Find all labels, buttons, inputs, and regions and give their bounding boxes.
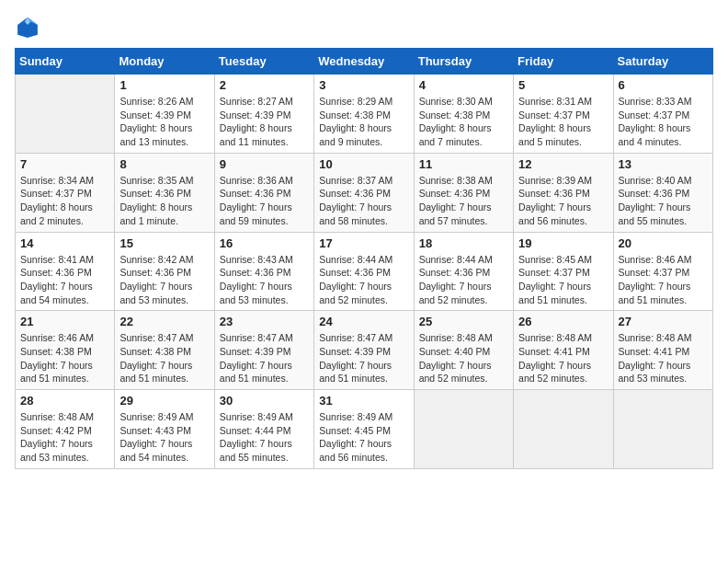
calendar-cell: 25Sunrise: 8:48 AMSunset: 4:40 PMDayligh… — [414, 311, 513, 390]
day-number: 18 — [419, 236, 508, 250]
day-info: Sunrise: 8:42 AMSunset: 4:36 PMDaylight:… — [119, 253, 209, 307]
calendar-cell: 18Sunrise: 8:44 AMSunset: 4:36 PMDayligh… — [414, 232, 513, 311]
day-number: 26 — [518, 315, 608, 328]
day-info: Sunrise: 8:46 AMSunset: 4:37 PMDaylight:… — [619, 253, 708, 307]
day-info: Sunrise: 8:26 AMSunset: 4:39 PMDaylight:… — [119, 95, 209, 149]
calendar-cell: 5Sunrise: 8:31 AMSunset: 4:37 PMDaylight… — [514, 75, 613, 154]
day-number: 20 — [619, 236, 708, 250]
calendar-cell: 12Sunrise: 8:39 AMSunset: 4:36 PMDayligh… — [514, 153, 613, 232]
calendar-cell: 14Sunrise: 8:41 AMSunset: 4:36 PMDayligh… — [16, 232, 115, 311]
day-info: Sunrise: 8:38 AMSunset: 4:36 PMDaylight:… — [419, 174, 508, 228]
day-info: Sunrise: 8:49 AMSunset: 4:43 PMDaylight:… — [119, 410, 209, 465]
day-number: 8 — [119, 157, 209, 171]
calendar-cell: 30Sunrise: 8:49 AMSunset: 4:44 PMDayligh… — [214, 390, 313, 469]
day-number: 6 — [619, 78, 708, 92]
day-info: Sunrise: 8:48 AMSunset: 4:41 PMDaylight:… — [518, 331, 608, 385]
day-number: 13 — [619, 157, 708, 171]
header-day-sunday: Sunday — [16, 49, 115, 75]
day-info: Sunrise: 8:49 AMSunset: 4:45 PMDaylight:… — [319, 410, 408, 465]
calendar-cell — [514, 390, 613, 469]
calendar-cell: 23Sunrise: 8:47 AMSunset: 4:39 PMDayligh… — [214, 311, 313, 390]
calendar-cell: 19Sunrise: 8:45 AMSunset: 4:37 PMDayligh… — [514, 232, 613, 311]
day-number: 15 — [119, 236, 209, 250]
day-info: Sunrise: 8:44 AMSunset: 4:36 PMDaylight:… — [419, 253, 508, 307]
day-info: Sunrise: 8:36 AMSunset: 4:36 PMDaylight:… — [220, 174, 309, 228]
day-info: Sunrise: 8:39 AMSunset: 4:36 PMDaylight:… — [518, 174, 608, 228]
calendar-cell: 15Sunrise: 8:42 AMSunset: 4:36 PMDayligh… — [115, 232, 214, 311]
day-info: Sunrise: 8:46 AMSunset: 4:38 PMDaylight:… — [20, 331, 109, 385]
header-day-tuesday: Tuesday — [214, 49, 313, 75]
day-number: 1 — [119, 78, 209, 92]
day-info: Sunrise: 8:34 AMSunset: 4:37 PMDaylight:… — [20, 174, 109, 228]
calendar-cell: 21Sunrise: 8:46 AMSunset: 4:38 PMDayligh… — [16, 311, 115, 390]
day-number: 11 — [419, 157, 508, 171]
calendar-cell: 16Sunrise: 8:43 AMSunset: 4:36 PMDayligh… — [214, 232, 313, 311]
day-info: Sunrise: 8:41 AMSunset: 4:36 PMDaylight:… — [20, 253, 109, 307]
calendar-cell: 20Sunrise: 8:46 AMSunset: 4:37 PMDayligh… — [613, 232, 712, 311]
calendar-cell: 24Sunrise: 8:47 AMSunset: 4:39 PMDayligh… — [314, 311, 414, 390]
calendar-week-3: 14Sunrise: 8:41 AMSunset: 4:36 PMDayligh… — [16, 232, 713, 311]
calendar-cell: 31Sunrise: 8:49 AMSunset: 4:45 PMDayligh… — [314, 390, 414, 469]
day-number: 7 — [20, 157, 109, 171]
calendar-cell: 27Sunrise: 8:48 AMSunset: 4:41 PMDayligh… — [613, 311, 712, 390]
calendar-week-2: 7Sunrise: 8:34 AMSunset: 4:37 PMDaylight… — [16, 153, 713, 232]
header-day-saturday: Saturday — [613, 49, 712, 75]
day-info: Sunrise: 8:44 AMSunset: 4:36 PMDaylight:… — [319, 253, 408, 307]
calendar-cell: 8Sunrise: 8:35 AMSunset: 4:36 PMDaylight… — [115, 153, 214, 232]
header-day-thursday: Thursday — [414, 49, 513, 75]
calendar-table: SundayMondayTuesdayWednesdayThursdayFrid… — [15, 48, 713, 469]
day-info: Sunrise: 8:49 AMSunset: 4:44 PMDaylight:… — [220, 410, 309, 465]
calendar-cell: 29Sunrise: 8:49 AMSunset: 4:43 PMDayligh… — [115, 390, 214, 469]
day-number: 30 — [220, 394, 309, 408]
day-number: 22 — [119, 315, 209, 328]
day-info: Sunrise: 8:33 AMSunset: 4:37 PMDaylight:… — [619, 95, 708, 149]
calendar-week-5: 28Sunrise: 8:48 AMSunset: 4:42 PMDayligh… — [16, 390, 713, 469]
calendar-cell: 6Sunrise: 8:33 AMSunset: 4:37 PMDaylight… — [613, 75, 712, 154]
day-info: Sunrise: 8:47 AMSunset: 4:39 PMDaylight:… — [220, 331, 309, 385]
calendar-cell: 17Sunrise: 8:44 AMSunset: 4:36 PMDayligh… — [314, 232, 414, 311]
day-number: 27 — [619, 315, 708, 328]
day-number: 21 — [20, 315, 109, 328]
day-number: 3 — [319, 78, 408, 92]
day-number: 10 — [319, 157, 408, 171]
header-day-friday: Friday — [514, 49, 613, 75]
day-info: Sunrise: 8:45 AMSunset: 4:37 PMDaylight:… — [518, 253, 608, 307]
calendar-cell — [414, 390, 513, 469]
day-number: 9 — [220, 157, 309, 171]
day-number: 17 — [319, 236, 408, 250]
day-number: 12 — [518, 157, 608, 171]
day-info: Sunrise: 8:48 AMSunset: 4:40 PMDaylight:… — [419, 331, 508, 385]
calendar-cell — [613, 390, 712, 469]
calendar-cell: 11Sunrise: 8:38 AMSunset: 4:36 PMDayligh… — [414, 153, 513, 232]
page-header — [15, 15, 713, 40]
day-number: 16 — [220, 236, 309, 250]
day-number: 25 — [419, 315, 508, 328]
day-info: Sunrise: 8:27 AMSunset: 4:39 PMDaylight:… — [220, 95, 309, 149]
day-number: 4 — [419, 78, 508, 92]
calendar-header-row: SundayMondayTuesdayWednesdayThursdayFrid… — [16, 49, 713, 75]
logo — [15, 15, 44, 40]
day-info: Sunrise: 8:37 AMSunset: 4:36 PMDaylight:… — [319, 174, 408, 228]
day-info: Sunrise: 8:30 AMSunset: 4:38 PMDaylight:… — [419, 95, 508, 149]
calendar-cell: 28Sunrise: 8:48 AMSunset: 4:42 PMDayligh… — [16, 390, 115, 469]
calendar-cell: 7Sunrise: 8:34 AMSunset: 4:37 PMDaylight… — [16, 153, 115, 232]
header-day-monday: Monday — [115, 49, 214, 75]
calendar-cell: 26Sunrise: 8:48 AMSunset: 4:41 PMDayligh… — [514, 311, 613, 390]
day-number: 29 — [119, 394, 209, 408]
calendar-cell: 4Sunrise: 8:30 AMSunset: 4:38 PMDaylight… — [414, 75, 513, 154]
calendar-cell: 22Sunrise: 8:47 AMSunset: 4:38 PMDayligh… — [115, 311, 214, 390]
day-info: Sunrise: 8:29 AMSunset: 4:38 PMDaylight:… — [319, 95, 408, 149]
day-number: 28 — [20, 394, 109, 408]
day-number: 19 — [518, 236, 608, 250]
day-info: Sunrise: 8:40 AMSunset: 4:36 PMDaylight:… — [619, 174, 708, 228]
calendar-cell: 13Sunrise: 8:40 AMSunset: 4:36 PMDayligh… — [613, 153, 712, 232]
day-info: Sunrise: 8:43 AMSunset: 4:36 PMDaylight:… — [220, 253, 309, 307]
day-number: 5 — [518, 78, 608, 92]
day-number: 24 — [319, 315, 408, 328]
logo-icon — [15, 15, 40, 40]
day-number: 31 — [319, 394, 408, 408]
day-info: Sunrise: 8:47 AMSunset: 4:39 PMDaylight:… — [319, 331, 408, 385]
calendar-week-4: 21Sunrise: 8:46 AMSunset: 4:38 PMDayligh… — [16, 311, 713, 390]
calendar-cell: 9Sunrise: 8:36 AMSunset: 4:36 PMDaylight… — [214, 153, 313, 232]
day-info: Sunrise: 8:48 AMSunset: 4:41 PMDaylight:… — [619, 331, 708, 385]
